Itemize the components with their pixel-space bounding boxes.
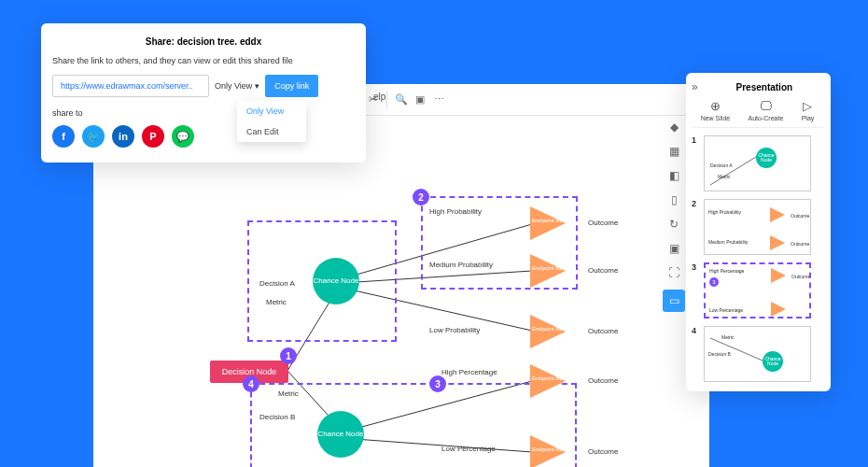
twitter-icon[interactable]: 🐦: [82, 125, 105, 148]
svg-line-8: [710, 338, 763, 361]
fullscreen-icon[interactable]: ⛶: [666, 265, 681, 280]
endpoint-1[interactable]: [530, 206, 566, 240]
screen-icon: 🖵: [760, 99, 772, 113]
metric-a-label: Metric: [266, 298, 287, 306]
chance-node-a[interactable]: Chance Node: [313, 258, 359, 304]
share-to-label: share to: [52, 108, 355, 118]
play-icon: ▷: [803, 99, 812, 113]
plus-icon: ⊕: [710, 99, 721, 113]
endpoint-2[interactable]: [530, 254, 566, 288]
pinterest-icon[interactable]: P: [142, 125, 164, 148]
slide-thumb-2[interactable]: High Probability Medium Probability Outc…: [704, 199, 811, 255]
slide-num-3: 3: [692, 262, 699, 272]
decision-a-label: Decision A: [259, 279, 295, 288]
layers-icon[interactable]: ▣: [412, 92, 428, 108]
outcome-1: Outcome: [588, 219, 618, 227]
perm-option-view[interactable]: Only View: [237, 101, 306, 121]
stack-icon[interactable]: ◧: [666, 168, 681, 183]
presentation-icon[interactable]: ▭: [663, 290, 685, 312]
grid-icon[interactable]: ▦: [666, 144, 681, 159]
metric-b-label: Metric: [278, 389, 299, 398]
share-description: Share the link to others, and they can v…: [52, 56, 355, 65]
slide-num-2: 2: [692, 199, 699, 208]
share-url-input[interactable]: [52, 75, 209, 97]
decision-b-label: Decision B: [259, 413, 295, 421]
badge-3[interactable]: 3: [429, 375, 446, 392]
badge-1[interactable]: 1: [280, 347, 297, 364]
theme-icon[interactable]: ◆: [666, 120, 681, 134]
share-title: Share: decision tree. eddx: [52, 36, 355, 47]
diagram-canvas[interactable]: Decision Node Decision A Metric Decision…: [93, 116, 709, 461]
facebook-icon[interactable]: f: [52, 125, 75, 148]
auto-create-button[interactable]: 🖵Auto-Create: [749, 99, 784, 121]
presentation-panel: ◆ ▦ ◧ ▯ ↻ ▣ ⛶ ▭ » Presentation ⊕New Slid…: [686, 73, 831, 391]
low-pct-label: Low Percentage: [441, 445, 496, 453]
badge-4[interactable]: 4: [243, 375, 259, 392]
outcome-4: Outcome: [588, 376, 618, 385]
play-button[interactable]: ▷Play: [802, 99, 815, 121]
permission-select[interactable]: Only View ▾: [215, 81, 259, 91]
more-icon[interactable]: ⋯: [430, 92, 447, 108]
slide-thumb-3[interactable]: High Percentage Low Percentage 3 Outcome: [704, 262, 811, 318]
svg-line-7: [710, 157, 756, 185]
history-icon[interactable]: ↻: [666, 217, 681, 232]
search-icon[interactable]: 🔍: [393, 92, 410, 108]
side-rail: ◆ ▦ ◧ ▯ ↻ ▣ ⛶ ▭: [662, 120, 686, 312]
low-prob-label: Low Probability: [429, 326, 480, 334]
high-prob-label: High Probability: [429, 207, 482, 216]
presentation-title: Presentation: [706, 82, 823, 92]
share-dialog: Share: decision tree. eddx Share the lin…: [41, 23, 366, 163]
outcome-3: Outcome: [588, 327, 618, 335]
slide-num-1: 1: [692, 135, 699, 145]
med-prob-label: Medium Probability: [429, 261, 493, 269]
page-icon[interactable]: ▯: [666, 192, 681, 207]
badge-2[interactable]: 2: [413, 189, 429, 205]
new-slide-button[interactable]: ⊕New Slide: [701, 99, 731, 121]
outcome-2: Outcome: [588, 266, 618, 275]
line-icon[interactable]: 💬: [172, 125, 194, 148]
endpoint-4[interactable]: [530, 364, 566, 398]
shapes-icon[interactable]: ▣: [666, 241, 681, 256]
perm-option-edit[interactable]: Can Edit: [237, 121, 306, 142]
endpoint-3[interactable]: [530, 315, 566, 348]
permission-dropdown: Only View Can Edit: [237, 101, 306, 142]
crop-icon[interactable]: ✂: [364, 92, 381, 108]
slide-thumb-1[interactable]: Decision A Metric Chance Node: [704, 135, 811, 191]
collapse-icon[interactable]: »: [692, 80, 698, 93]
chance-node-b[interactable]: Chance Node: [317, 411, 364, 458]
outcome-5: Outcome: [588, 447, 618, 456]
selection-box-c[interactable]: [250, 383, 577, 467]
social-icons: f 🐦 in P 💬: [52, 125, 355, 148]
copy-link-button[interactable]: Copy link: [265, 75, 318, 97]
high-pct-label: High Percentage: [441, 368, 497, 376]
slide-num-4: 4: [692, 326, 699, 335]
slide-thumb-4[interactable]: Metric Decision B Chance Node: [704, 326, 811, 382]
linkedin-icon[interactable]: in: [112, 125, 134, 148]
